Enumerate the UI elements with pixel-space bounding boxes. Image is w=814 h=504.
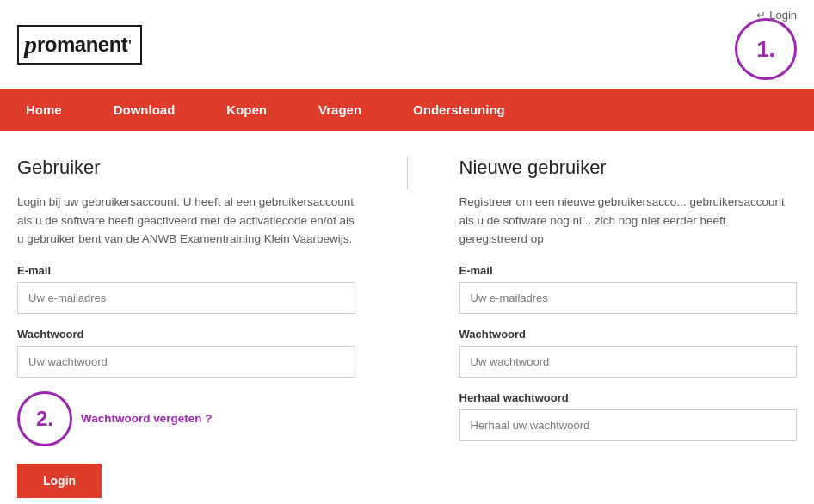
repeat-password-field-group: Herhaal wachtwoord: [459, 391, 798, 441]
nav-download[interactable]: Download: [88, 89, 201, 131]
password-field-group: Wachtwoord: [17, 328, 355, 378]
right-email-input[interactable]: [459, 282, 798, 314]
logo-romanent-text: romanent: [37, 33, 127, 57]
badge-1: 1.: [735, 18, 797, 80]
login-button[interactable]: Login: [17, 464, 102, 498]
repeat-password-input[interactable]: [459, 409, 798, 441]
nav-kopen[interactable]: Kopen: [200, 89, 293, 131]
logo: p romanent ': [17, 25, 142, 65]
main-content: Gebruiker Login bij uw gebruikersaccount…: [0, 131, 814, 504]
right-password-input[interactable]: [459, 346, 798, 378]
nav-vragen[interactable]: Vragen: [293, 89, 387, 131]
nieuwe-gebruiker-title: Nieuwe gebruiker: [459, 157, 798, 179]
email-label: E-mail: [17, 264, 355, 277]
right-email-field-group: E-mail: [459, 264, 798, 314]
logo-p-letter: p: [24, 30, 37, 59]
right-column: Nieuwe gebruiker Registreer om een nieuw…: [459, 157, 798, 498]
email-field-group: E-mail: [17, 264, 355, 314]
column-divider: [407, 157, 408, 189]
header: p romanent ' ↵ Login 1.: [0, 0, 814, 80]
gebruiker-title: Gebruiker: [17, 157, 355, 179]
nieuwe-gebruiker-description: Registreer om een nieuwe gebruikersacco.…: [459, 193, 798, 249]
email-input[interactable]: [17, 282, 355, 314]
left-column: Gebruiker Login bij uw gebruikersaccount…: [17, 157, 355, 498]
badge-2: 2.: [17, 391, 72, 446]
right-password-label: Wachtwoord: [459, 328, 798, 341]
nav-ondersteuning[interactable]: Ondersteuning: [387, 89, 531, 131]
main-nav: Home Download Kopen Vragen Ondersteuning: [0, 89, 814, 131]
gebruiker-description: Login bij uw gebruikersaccount. U heeft …: [17, 193, 355, 249]
right-email-label: E-mail: [459, 264, 798, 277]
right-password-field-group: Wachtwoord: [459, 328, 798, 378]
forgot-row: 2. Wachtwoord vergeten ?: [17, 391, 355, 446]
repeat-password-label: Herhaal wachtwoord: [459, 391, 798, 404]
password-input[interactable]: [17, 346, 355, 378]
nav-home[interactable]: Home: [0, 89, 88, 131]
password-label: Wachtwoord: [17, 328, 355, 341]
badge-2-text: 2.: [36, 407, 53, 431]
badge-1-text: 1.: [756, 36, 775, 63]
forgot-password-link[interactable]: Wachtwoord vergeten ?: [81, 412, 213, 425]
logo-tick: ': [128, 38, 131, 52]
header-right: ↵ Login 1.: [735, 9, 797, 80]
